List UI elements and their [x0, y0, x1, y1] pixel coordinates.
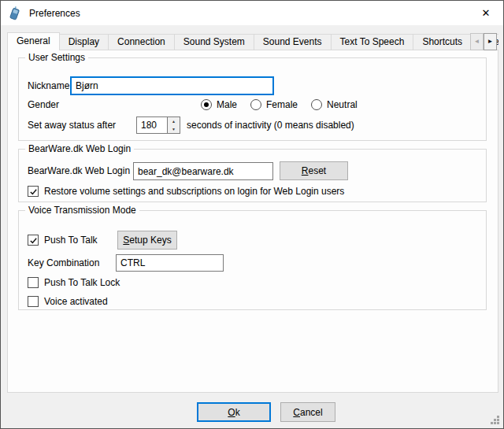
user-settings-group: User Settings Nickname Gender Male Femal…	[18, 57, 487, 141]
chevron-left-icon: ◄	[474, 39, 480, 45]
radio-neutral[interactable]: Neutral	[311, 99, 358, 110]
close-icon: ✕	[482, 7, 491, 19]
web-login-id-label: BearWare.dk Web Login ID	[28, 162, 142, 180]
radio-neutral-circle	[311, 99, 322, 110]
tab-text-to-speech[interactable]: Text To Speech	[331, 34, 414, 50]
away-seconds-value: 180	[137, 117, 167, 133]
key-combination-input[interactable]	[116, 254, 224, 272]
tab-sound-events[interactable]: Sound Events	[254, 34, 332, 50]
checkbox-unchecked	[28, 277, 39, 288]
tab-shortcuts[interactable]: Shortcuts	[413, 34, 472, 50]
radio-female-circle	[250, 99, 261, 110]
group-title: Voice Transmission Mode	[25, 205, 139, 216]
window-title: Preferences	[29, 8, 80, 19]
tab-sound-system[interactable]: Sound System	[174, 34, 254, 50]
away-status-suffix: seconds of inactivity (0 means disabled)	[187, 116, 354, 134]
tab-bar: General Display Connection Sound System …	[7, 32, 498, 50]
reset-button[interactable]: Reset	[280, 161, 348, 180]
checkbox-checked	[28, 235, 39, 246]
tab-scroll-right-button[interactable]: ►	[484, 33, 497, 50]
tab-general[interactable]: General	[7, 32, 60, 50]
key-combination-label: Key Combination	[28, 254, 99, 272]
spinner-up-icon[interactable]: ▲	[168, 117, 180, 125]
general-tab-page: User Settings Nickname Gender Male Femal…	[7, 50, 498, 393]
tab-connection[interactable]: Connection	[108, 34, 175, 50]
group-title: BearWare.dk Web Login	[25, 143, 134, 154]
tab-scroll-buttons: ◄ ►	[470, 33, 497, 50]
restore-volume-checkbox[interactable]: Restore volume settings and subscription…	[28, 186, 344, 197]
tab-scroll-left-button[interactable]: ◄	[470, 33, 484, 50]
radio-male[interactable]: Male	[201, 99, 237, 110]
checkbox-checked	[28, 186, 39, 197]
checkmark-icon	[29, 187, 38, 196]
gender-label: Gender	[28, 96, 59, 113]
cancel-button[interactable]: Cancel	[280, 402, 335, 422]
resize-grip[interactable]	[490, 415, 500, 425]
group-title: User Settings	[25, 52, 88, 63]
checkmark-icon	[29, 236, 38, 245]
away-seconds-spinbox[interactable]: 180 ▲ ▼	[136, 116, 180, 134]
spinner-buttons: ▲ ▼	[167, 117, 180, 133]
teamtalk-app-icon	[9, 6, 22, 20]
checkbox-unchecked	[28, 296, 39, 307]
voice-transmission-group: Voice Transmission Mode Push To Talk Set…	[18, 210, 487, 310]
push-to-talk-lock-checkbox[interactable]: Push To Talk Lock	[28, 277, 120, 288]
web-login-id-input[interactable]	[133, 162, 273, 180]
nickname-input[interactable]	[71, 77, 273, 94]
voice-activated-checkbox[interactable]: Voice activated	[28, 296, 108, 307]
away-status-label: Set away status after	[28, 116, 116, 134]
title-bar[interactable]: Preferences ✕	[1, 1, 503, 25]
tab-display[interactable]: Display	[59, 34, 109, 50]
push-to-talk-checkbox[interactable]: Push To Talk	[28, 235, 98, 246]
gender-radio-group: Male Female Neutral	[201, 99, 358, 110]
radio-female[interactable]: Female	[250, 99, 298, 110]
close-button[interactable]: ✕	[469, 2, 502, 24]
radio-male-circle	[201, 99, 212, 110]
setup-keys-button[interactable]: Setup Keys	[117, 231, 177, 250]
ok-button[interactable]: Ok	[197, 402, 271, 422]
web-login-group: BearWare.dk Web Login BearWare.dk Web Lo…	[18, 149, 487, 202]
preferences-dialog: Preferences ✕ General Display Connection…	[0, 0, 504, 429]
spinner-down-icon[interactable]: ▼	[168, 125, 180, 133]
nickname-label: Nickname	[28, 77, 69, 94]
chevron-right-icon: ►	[487, 39, 494, 45]
